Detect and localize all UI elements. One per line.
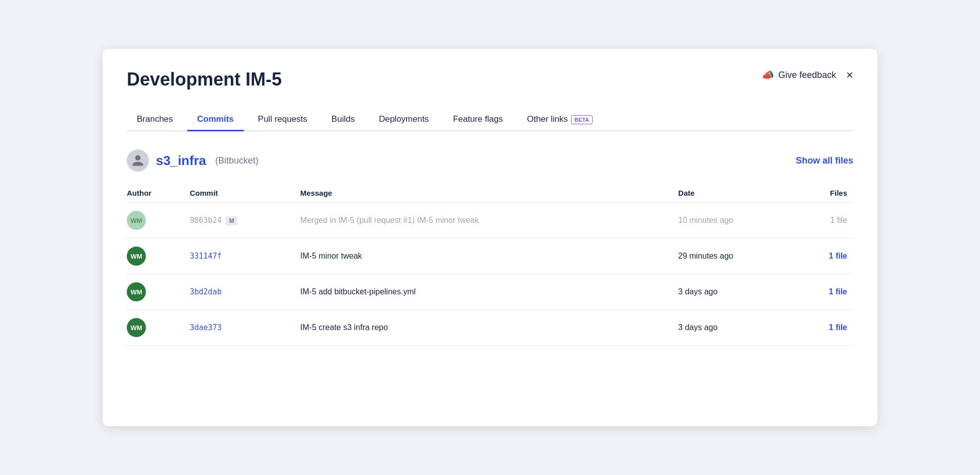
author-cell: WM bbox=[127, 274, 190, 310]
megaphone-icon: 📣 bbox=[762, 69, 774, 81]
commit-cell: 3dae373 bbox=[190, 310, 300, 346]
files-cell[interactable]: 1 file bbox=[803, 239, 853, 274]
commits-table: Author Commit Message Date Files WM9863b… bbox=[127, 184, 853, 346]
author-avatar: WM bbox=[127, 247, 146, 266]
col-header-date: Date bbox=[678, 184, 803, 203]
col-header-author: Author bbox=[127, 184, 190, 203]
commit-cell: 3bd2dab bbox=[190, 274, 300, 310]
author-avatar: WM bbox=[127, 282, 146, 301]
header-actions: 📣 Give feedback × bbox=[762, 69, 853, 81]
message-cell: IM-5 add bitbucket-pipelines.yml bbox=[300, 274, 678, 310]
message-cell: IM-5 minor tweak bbox=[300, 239, 678, 274]
author-cell: WM bbox=[127, 310, 190, 346]
commit-date: 3 days ago bbox=[678, 287, 717, 296]
author-cell: WM bbox=[127, 239, 190, 274]
table-row: WM3bd2dabIM-5 add bitbucket-pipelines.ym… bbox=[127, 274, 853, 310]
tab-feature-flags[interactable]: Feature flags bbox=[443, 108, 513, 130]
table-row: WM9863b24MMerged in IM-5 (pull request #… bbox=[127, 203, 853, 239]
commit-date: 29 minutes ago bbox=[678, 252, 733, 260]
repo-name[interactable]: s3_infra bbox=[156, 153, 206, 169]
files-cell[interactable]: 1 file bbox=[803, 310, 853, 346]
commit-date: 10 minutes ago bbox=[678, 216, 733, 224]
beta-badge: BETA bbox=[571, 115, 593, 124]
tab-other-links[interactable]: Other linksBETA bbox=[517, 108, 603, 130]
repo-source: (Bitbucket) bbox=[215, 155, 259, 166]
tab-branches[interactable]: Branches bbox=[127, 108, 183, 130]
page-title: Development IM-5 bbox=[127, 69, 282, 90]
author-cell: WM bbox=[127, 203, 190, 239]
main-panel: Development IM-5 📣 Give feedback × Branc… bbox=[103, 49, 877, 426]
date-cell: 29 minutes ago bbox=[678, 239, 803, 274]
date-cell: 3 days ago bbox=[678, 274, 803, 310]
give-feedback-button[interactable]: 📣 Give feedback bbox=[762, 69, 836, 81]
files-link[interactable]: 1 file bbox=[829, 252, 847, 260]
commit-message: Merged in IM-5 (pull request #1) IM-5 mi… bbox=[300, 216, 479, 224]
commit-message: IM-5 create s3 infra repo bbox=[300, 323, 388, 332]
commit-hash[interactable]: 9863b24 bbox=[190, 216, 221, 225]
author-avatar: WM bbox=[127, 211, 146, 230]
repo-avatar bbox=[127, 149, 149, 172]
message-cell: IM-5 create s3 infra repo bbox=[300, 310, 678, 346]
files-link[interactable]: 1 file bbox=[829, 323, 847, 332]
repo-header: s3_infra (Bitbucket) Show all files bbox=[127, 149, 853, 172]
files-link[interactable]: 1 file bbox=[829, 287, 847, 296]
feedback-label: Give feedback bbox=[778, 70, 836, 81]
show-all-files-button[interactable]: Show all files bbox=[796, 155, 853, 166]
author-avatar: WM bbox=[127, 318, 146, 337]
merge-badge: M bbox=[225, 216, 237, 225]
close-button[interactable]: × bbox=[846, 69, 853, 81]
files-link: 1 file bbox=[830, 216, 847, 224]
table-header-row: Author Commit Message Date Files bbox=[127, 184, 853, 203]
tab-pull-requests[interactable]: Pull requests bbox=[248, 108, 317, 130]
tab-commits[interactable]: Commits bbox=[187, 108, 244, 130]
repo-section: s3_infra (Bitbucket) Show all files Auth… bbox=[127, 149, 853, 346]
tab-deployments[interactable]: Deployments bbox=[369, 108, 439, 130]
table-row: WM331147fIM-5 minor tweak29 minutes ago1… bbox=[127, 239, 853, 274]
commit-hash[interactable]: 3dae373 bbox=[190, 323, 221, 332]
table-row: WM3dae373IM-5 create s3 infra repo3 days… bbox=[127, 310, 853, 346]
commit-date: 3 days ago bbox=[678, 323, 717, 332]
commit-message: IM-5 add bitbucket-pipelines.yml bbox=[300, 287, 416, 296]
col-header-files: Files bbox=[803, 184, 853, 203]
col-header-message: Message bbox=[300, 184, 678, 203]
message-cell: Merged in IM-5 (pull request #1) IM-5 mi… bbox=[300, 203, 678, 239]
files-cell: 1 file bbox=[803, 203, 853, 239]
header: Development IM-5 📣 Give feedback × bbox=[127, 69, 853, 90]
files-cell[interactable]: 1 file bbox=[803, 274, 853, 310]
date-cell: 3 days ago bbox=[678, 310, 803, 346]
date-cell: 10 minutes ago bbox=[678, 203, 803, 239]
col-header-commit: Commit bbox=[190, 184, 300, 203]
repo-identity: s3_infra (Bitbucket) bbox=[127, 149, 259, 172]
commit-cell: 331147f bbox=[190, 239, 300, 274]
tabs-nav: Branches Commits Pull requests Builds De… bbox=[127, 108, 853, 131]
tab-builds[interactable]: Builds bbox=[321, 108, 365, 130]
commit-message: IM-5 minor tweak bbox=[300, 252, 362, 260]
commit-hash[interactable]: 3bd2dab bbox=[190, 287, 221, 296]
commit-hash[interactable]: 331147f bbox=[190, 252, 221, 261]
commit-cell: 9863b24M bbox=[190, 203, 300, 239]
